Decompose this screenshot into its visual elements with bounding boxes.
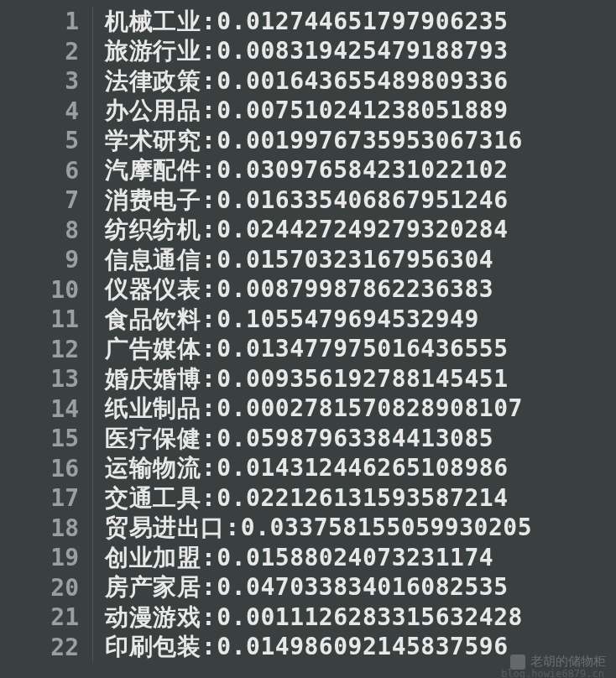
separator: : bbox=[201, 186, 216, 214]
category-label: 印刷包装 bbox=[105, 634, 201, 660]
line-content[interactable]: 运输物流:0.014312446265108986 bbox=[93, 452, 509, 484]
line-number: 15 bbox=[0, 425, 92, 452]
category-label: 消费电子 bbox=[105, 187, 201, 213]
probability-value: 0.007510241238051889 bbox=[217, 96, 508, 124]
category-label: 信息通信 bbox=[105, 247, 201, 273]
line-number: 22 bbox=[0, 634, 92, 661]
separator: : bbox=[226, 514, 240, 541]
line-content[interactable]: 信息通信:0.01570323167956304 bbox=[93, 244, 493, 276]
separator: : bbox=[201, 246, 216, 274]
line-content[interactable]: 消费电子:0.016335406867951246 bbox=[93, 185, 509, 216]
line-content[interactable]: 法律政策:0.001643655489809336 bbox=[93, 65, 509, 97]
line-number: 19 bbox=[0, 544, 92, 571]
line-content[interactable]: 交通工具:0.022126131593587214 bbox=[93, 482, 509, 514]
line-number: 8 bbox=[0, 216, 92, 244]
line-content[interactable]: 印刷包装:0.014986092145837596 bbox=[93, 631, 509, 663]
separator: : bbox=[201, 305, 216, 333]
line-content[interactable]: 动漫游戏:0.0011126283315632428 bbox=[93, 602, 523, 634]
editor-line[interactable]: 17交通工具:0.022126131593587214 bbox=[0, 483, 616, 514]
category-label: 纸业制品 bbox=[105, 395, 201, 421]
line-content[interactable]: 纺织纺机:0.024427249279320284 bbox=[93, 214, 509, 246]
probability-value: 0.014312446265108986 bbox=[217, 454, 508, 482]
line-number: 17 bbox=[0, 484, 92, 512]
editor-line[interactable]: 7消费电子:0.016335406867951246 bbox=[0, 185, 616, 216]
line-content[interactable]: 仪器仪表:0.00879987862236383 bbox=[93, 274, 493, 305]
category-label: 房产家居 bbox=[105, 574, 201, 600]
editor-line[interactable]: 18贸易进出口:0.033758155059930205 bbox=[0, 514, 616, 544]
probability-value: 0.022126131593587214 bbox=[217, 484, 508, 512]
code-editor[interactable]: 1机械工业:0.0127446517979062352旅游行业:0.008319… bbox=[0, 0, 616, 678]
line-content[interactable]: 创业加盟:0.01588024073231174 bbox=[93, 542, 493, 574]
line-content[interactable]: 广告媒体:0.013477975016436555 bbox=[93, 333, 509, 365]
line-content[interactable]: 房产家居:0.047033834016082535 bbox=[93, 571, 509, 603]
line-content[interactable]: 纸业制品:0.0002781570828908107 bbox=[93, 393, 523, 425]
watermark-url: blog.howie6879.cn bbox=[501, 668, 604, 678]
editor-line[interactable]: 6汽摩配件:0.030976584231022102 bbox=[0, 156, 616, 186]
category-label: 汽摩配件 bbox=[105, 157, 201, 183]
wechat-icon bbox=[510, 655, 525, 670]
separator: : bbox=[201, 156, 216, 184]
separator: : bbox=[201, 484, 216, 512]
line-number: 7 bbox=[0, 186, 92, 214]
line-content[interactable]: 办公用品:0.007510241238051889 bbox=[93, 95, 509, 127]
line-number: 20 bbox=[0, 574, 92, 602]
editor-line[interactable]: 10仪器仪表:0.00879987862236383 bbox=[0, 275, 616, 305]
probability-value: 0.024427249279320284 bbox=[217, 216, 508, 243]
line-number: 10 bbox=[0, 276, 92, 304]
line-number: 6 bbox=[0, 157, 92, 185]
probability-value: 0.001643655489809336 bbox=[217, 67, 508, 95]
line-content[interactable]: 婚庆婚博:0.009356192788145451 bbox=[93, 363, 509, 395]
editor-line[interactable]: 9信息通信:0.01570323167956304 bbox=[0, 245, 616, 275]
editor-line[interactable]: 14纸业制品:0.0002781570828908107 bbox=[0, 394, 616, 425]
editor-line[interactable]: 20房产家居:0.047033834016082535 bbox=[0, 573, 616, 603]
editor-line[interactable]: 21动漫游戏:0.0011126283315632428 bbox=[0, 602, 616, 633]
probability-value: 0.05987963384413085 bbox=[217, 425, 493, 452]
editor-line[interactable]: 19创业加盟:0.01588024073231174 bbox=[0, 543, 616, 573]
editor-line[interactable]: 16运输物流:0.014312446265108986 bbox=[0, 454, 616, 484]
line-content[interactable]: 医疗保健:0.05987963384413085 bbox=[93, 423, 493, 455]
probability-value: 0.0011126283315632428 bbox=[217, 603, 523, 631]
editor-line[interactable]: 5学术研究:0.0019976735953067316 bbox=[0, 126, 616, 156]
line-number: 12 bbox=[0, 336, 92, 363]
category-label: 旅游行业 bbox=[105, 38, 201, 64]
category-label: 纺织纺机 bbox=[105, 216, 201, 243]
line-content[interactable]: 食品饮料:0.1055479694532949 bbox=[93, 304, 479, 336]
category-label: 机械工业 bbox=[105, 8, 201, 34]
line-number: 21 bbox=[0, 603, 92, 631]
separator: : bbox=[201, 544, 216, 571]
category-label: 动漫游戏 bbox=[105, 604, 201, 630]
category-label: 法律政策 bbox=[105, 68, 201, 94]
editor-line[interactable]: 13婚庆婚博:0.009356192788145451 bbox=[0, 364, 616, 394]
line-content[interactable]: 贸易进出口:0.033758155059930205 bbox=[93, 512, 532, 544]
editor-line[interactable]: 3法律政策:0.001643655489809336 bbox=[0, 66, 616, 96]
category-label: 食品饮料 bbox=[105, 306, 201, 332]
probability-value: 0.009356192788145451 bbox=[217, 365, 508, 393]
line-number: 3 bbox=[0, 67, 92, 95]
category-label: 仪器仪表 bbox=[105, 276, 201, 302]
category-label: 贸易进出口 bbox=[105, 514, 225, 540]
editor-line[interactable]: 1机械工业:0.012744651797906235 bbox=[0, 7, 616, 37]
editor-line[interactable]: 12广告媒体:0.013477975016436555 bbox=[0, 335, 616, 365]
category-label: 广告媒体 bbox=[105, 336, 201, 362]
editor-line[interactable]: 4办公用品:0.007510241238051889 bbox=[0, 96, 616, 127]
probability-value: 0.016335406867951246 bbox=[217, 186, 508, 214]
probability-value: 0.01570323167956304 bbox=[217, 246, 493, 274]
line-content[interactable]: 机械工业:0.012744651797906235 bbox=[93, 6, 509, 38]
editor-line[interactable]: 8纺织纺机:0.024427249279320284 bbox=[0, 216, 616, 246]
probability-value: 0.0019976735953067316 bbox=[217, 127, 523, 154]
separator: : bbox=[201, 216, 216, 243]
category-label: 学术研究 bbox=[105, 128, 201, 154]
editor-line[interactable]: 2旅游行业:0.008319425479188793 bbox=[0, 37, 616, 67]
line-content[interactable]: 汽摩配件:0.030976584231022102 bbox=[93, 154, 509, 186]
separator: : bbox=[201, 8, 216, 35]
separator: : bbox=[201, 127, 216, 154]
editor-line[interactable]: 15医疗保健:0.05987963384413085 bbox=[0, 424, 616, 454]
line-number: 14 bbox=[0, 395, 92, 423]
line-content[interactable]: 学术研究:0.0019976735953067316 bbox=[93, 125, 523, 157]
probability-value: 0.047033834016082535 bbox=[217, 573, 508, 601]
line-number: 5 bbox=[0, 127, 92, 154]
editor-line[interactable]: 11食品饮料:0.1055479694532949 bbox=[0, 305, 616, 335]
category-label: 交通工具 bbox=[105, 485, 201, 511]
line-content[interactable]: 旅游行业:0.008319425479188793 bbox=[93, 35, 509, 67]
line-number: 13 bbox=[0, 365, 92, 393]
